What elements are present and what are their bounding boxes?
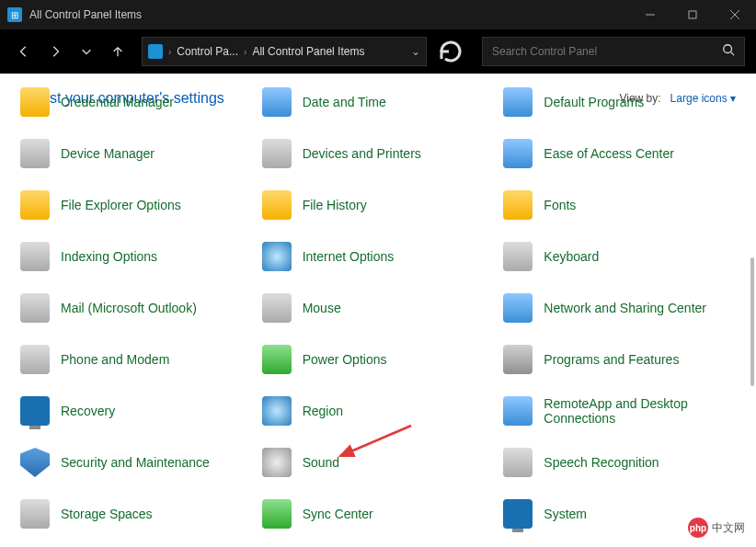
minimize-button[interactable] xyxy=(629,0,671,29)
cp-item-label: Date and Time xyxy=(303,95,386,109)
phone-and-modem-icon xyxy=(20,345,50,374)
breadcrumb-seg-2[interactable]: All Control Panel Items xyxy=(252,45,364,58)
items-grid: Credential ManagerDate and TimeDefault P… xyxy=(20,83,736,533)
cp-item-label: Region xyxy=(303,404,343,418)
maximize-button[interactable] xyxy=(671,0,714,29)
cp-item-label: Sound xyxy=(303,455,339,470)
indexing-options-icon xyxy=(20,242,50,271)
storage-spaces-icon xyxy=(20,499,50,529)
cp-item-label: System xyxy=(544,507,587,521)
cp-item-label: Programs and Features xyxy=(544,352,679,367)
cp-item-date-and-time[interactable]: Date and Time xyxy=(262,83,495,121)
remoteapp-icon xyxy=(503,396,533,426)
recovery-icon xyxy=(20,396,50,426)
search-box[interactable] xyxy=(482,37,745,66)
cp-item-sync-center[interactable]: Sync Center xyxy=(262,495,495,533)
cp-item-phone-and-modem[interactable]: Phone and Modem xyxy=(20,340,253,379)
cp-item-sound[interactable]: Sound xyxy=(262,443,495,482)
chevron-down-icon[interactable]: ⌄ xyxy=(411,45,420,58)
back-button[interactable] xyxy=(11,39,37,64)
devices-and-printers-icon xyxy=(262,139,292,168)
file-explorer-options-icon xyxy=(20,190,50,220)
cp-item-label: File History xyxy=(303,198,367,212)
cp-item-label: RemoteApp and Desktop Connections xyxy=(544,396,736,426)
cp-item-label: Security and Maintenance xyxy=(61,455,210,470)
cp-item-programs-and-features[interactable]: Programs and Features xyxy=(503,340,736,379)
cp-item-recovery[interactable]: Recovery xyxy=(20,392,253,430)
cp-item-mail[interactable]: Mail (Microsoft Outlook) xyxy=(20,289,253,327)
scrollbar[interactable] xyxy=(750,257,754,386)
programs-and-features-icon xyxy=(503,345,533,374)
cp-item-label: Devices and Printers xyxy=(303,146,421,161)
cp-item-keyboard[interactable]: Keyboard xyxy=(503,237,736,276)
chevron-right-icon[interactable]: › xyxy=(168,47,171,57)
app-icon: ⊞ xyxy=(7,7,22,22)
cp-item-file-history[interactable]: File History xyxy=(262,186,495,224)
svg-rect-1 xyxy=(689,11,696,18)
refresh-button[interactable] xyxy=(436,37,465,66)
internet-options-icon xyxy=(262,242,292,271)
watermark-text: 中文网 xyxy=(712,520,745,536)
cp-item-remoteapp[interactable]: RemoteApp and Desktop Connections xyxy=(503,392,736,430)
close-button[interactable] xyxy=(714,0,756,29)
forward-button[interactable] xyxy=(42,39,68,64)
cp-item-label: Phone and Modem xyxy=(61,352,169,367)
cp-item-label: Recovery xyxy=(61,404,115,418)
cp-item-region[interactable]: Region xyxy=(262,392,495,430)
cp-item-power-options[interactable]: Power Options xyxy=(262,340,495,379)
cp-item-devices-and-printers[interactable]: Devices and Printers xyxy=(262,134,495,173)
network-sharing-center-icon xyxy=(503,293,533,323)
search-icon[interactable] xyxy=(722,43,735,60)
svg-point-4 xyxy=(724,45,732,53)
cp-item-label: Credential Manager xyxy=(61,95,174,109)
cp-item-label: Internet Options xyxy=(303,249,395,264)
cp-item-label: Sync Center xyxy=(303,507,373,521)
cp-item-label: Mail (Microsoft Outlook) xyxy=(61,301,197,315)
cp-item-label: Speech Recognition xyxy=(544,455,659,470)
mouse-icon xyxy=(262,293,292,323)
watermark-badge: php xyxy=(688,518,708,538)
cp-item-label: Default Programs xyxy=(544,95,644,109)
cp-item-speech-recognition[interactable]: Speech Recognition xyxy=(503,443,736,482)
speech-recognition-icon xyxy=(503,448,533,477)
security-maintenance-icon xyxy=(20,448,50,477)
cp-item-credential-manager[interactable]: Credential Manager xyxy=(20,83,253,121)
breadcrumb-seg-1[interactable]: Control Pa... xyxy=(177,45,238,58)
cp-item-fonts[interactable]: Fonts xyxy=(503,186,736,224)
credential-manager-icon xyxy=(20,87,50,117)
breadcrumb[interactable]: › Control Pa... › All Control Panel Item… xyxy=(142,37,427,66)
cp-item-file-explorer-options[interactable]: File Explorer Options xyxy=(20,186,253,224)
sound-icon xyxy=(262,448,292,477)
keyboard-icon xyxy=(503,242,533,271)
cp-item-label: Ease of Access Center xyxy=(544,146,674,161)
system-icon xyxy=(503,499,533,529)
cp-item-default-programs[interactable]: Default Programs xyxy=(503,83,736,121)
region-icon xyxy=(262,396,292,426)
ease-of-access-center-icon xyxy=(503,139,533,168)
mail-icon xyxy=(20,293,50,323)
cp-item-label: Storage Spaces xyxy=(61,507,153,521)
cp-item-indexing-options[interactable]: Indexing Options xyxy=(20,237,253,276)
cp-item-label: Mouse xyxy=(303,301,341,315)
default-programs-icon xyxy=(503,87,533,117)
cp-item-internet-options[interactable]: Internet Options xyxy=(262,237,495,276)
cp-item-ease-of-access-center[interactable]: Ease of Access Center xyxy=(503,134,736,173)
cp-item-label: Network and Sharing Center xyxy=(544,301,706,315)
titlebar: ⊞ All Control Panel Items xyxy=(0,0,756,29)
chevron-right-icon[interactable]: › xyxy=(244,47,246,57)
search-input[interactable] xyxy=(492,45,722,58)
control-panel-icon xyxy=(148,44,163,59)
navbar: › Control Pa... › All Control Panel Item… xyxy=(0,29,756,74)
up-button[interactable] xyxy=(105,39,131,64)
fonts-icon xyxy=(503,190,533,220)
cp-item-network-sharing-center[interactable]: Network and Sharing Center xyxy=(503,289,736,327)
cp-item-security-maintenance[interactable]: Security and Maintenance xyxy=(20,443,253,482)
cp-item-mouse[interactable]: Mouse xyxy=(262,289,495,327)
cp-item-storage-spaces[interactable]: Storage Spaces xyxy=(20,495,253,533)
cp-item-label: Indexing Options xyxy=(61,249,157,264)
watermark: php 中文网 xyxy=(688,518,745,538)
recent-dropdown[interactable] xyxy=(74,39,99,64)
file-history-icon xyxy=(262,190,292,220)
cp-item-label: Fonts xyxy=(544,198,576,212)
cp-item-device-manager[interactable]: Device Manager xyxy=(20,134,253,173)
